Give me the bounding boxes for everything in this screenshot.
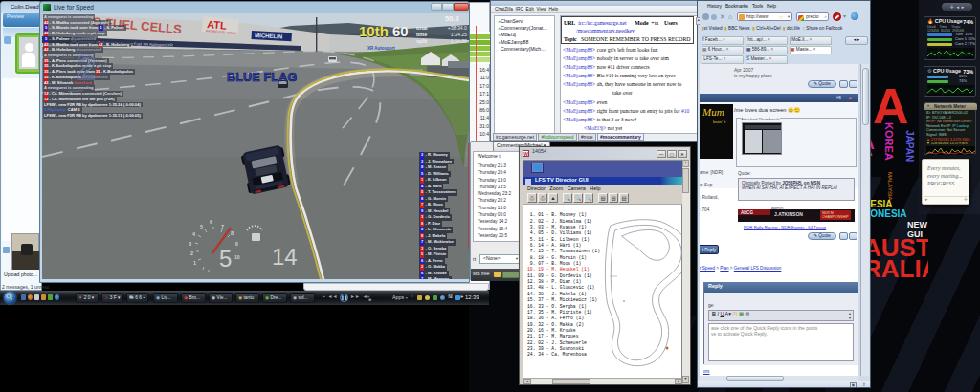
svg-text:BLUE FLAG: BLUE FLAG (227, 71, 297, 84)
svg-text:6: 6 (210, 219, 212, 225)
svg-text:10: 10 (234, 254, 240, 260)
svg-text:5: 5 (219, 246, 232, 272)
svg-text:14: 14 (272, 244, 298, 270)
svg-text:8: 8 (235, 241, 238, 247)
svg-text:2: 2 (190, 250, 193, 256)
svg-text:1: 1 (193, 260, 196, 266)
svg-text:3: 3 (189, 241, 191, 247)
svg-text:5: 5 (200, 224, 203, 229)
svg-text:8: 8 (231, 230, 234, 236)
svg-text:7: 7 (221, 224, 224, 229)
